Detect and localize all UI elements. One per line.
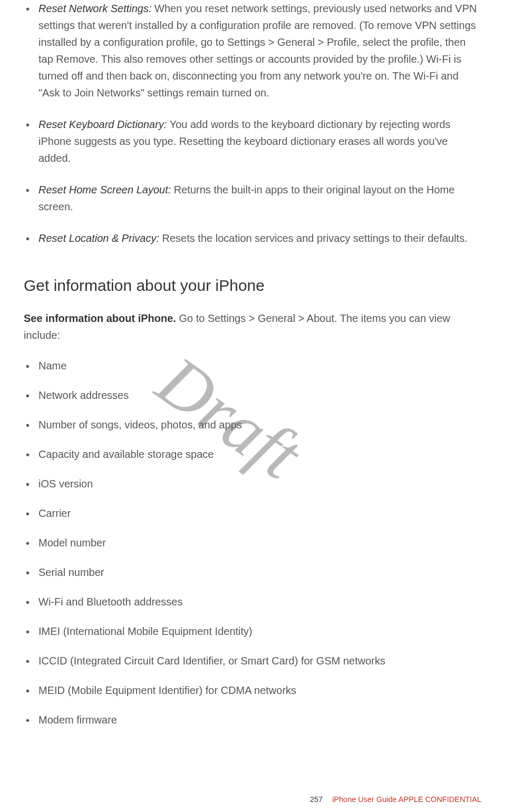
- info-items-list: Name Network addresses Number of songs, …: [24, 357, 481, 728]
- reset-item: Reset Network Settings: When you reset n…: [24, 0, 481, 101]
- reset-options-list: Reset Network Settings: When you reset n…: [24, 0, 481, 247]
- reset-text: Resets the location services and privacy…: [159, 232, 468, 244]
- reset-item: Reset Home Screen Layout: Returns the bu…: [24, 181, 481, 215]
- intro-paragraph: See information about iPhone. Go to Sett…: [24, 310, 481, 344]
- reset-term: Reset Home Screen Layout:: [38, 184, 171, 195]
- reset-item: Reset Keyboard Dictionary: You add words…: [24, 116, 481, 167]
- list-item: Carrier: [24, 505, 481, 522]
- reset-term: Reset Network Settings:: [38, 3, 152, 14]
- footer-confidential: APPLE CONFIDENTIAL: [397, 795, 481, 804]
- footer-guide: iPhone User Guide: [332, 795, 397, 804]
- list-item: Wi-Fi and Bluetooth addresses: [24, 593, 481, 610]
- intro-bold: See information about iPhone.: [24, 312, 176, 324]
- list-item: Number of songs, videos, photos, and app…: [24, 416, 481, 433]
- list-item: IMEI (International Mobile Equipment Ide…: [24, 623, 481, 640]
- reset-term: Reset Keyboard Dictionary:: [38, 119, 167, 130]
- reset-item: Reset Location & Privacy: Resets the loc…: [24, 230, 481, 247]
- reset-term: Reset Location & Privacy:: [38, 232, 159, 244]
- reset-text: When you reset network settings, previou…: [38, 3, 477, 99]
- list-item: ICCID (Integrated Circuit Card Identifie…: [24, 652, 481, 669]
- list-item: Capacity and available storage space: [24, 446, 481, 463]
- list-item: iOS version: [24, 475, 481, 492]
- list-item: MEID (Mobile Equipment Identifier) for C…: [24, 682, 481, 699]
- list-item: Name: [24, 357, 481, 374]
- list-item: Model number: [24, 534, 481, 551]
- list-item: Serial number: [24, 564, 481, 581]
- section-heading: Get information about your iPhone: [24, 273, 481, 298]
- list-item: Modem firmware: [24, 711, 481, 728]
- page-number: 257: [310, 795, 323, 804]
- page-footer: 257 iPhone User Guide APPLE CONFIDENTIAL: [310, 794, 481, 806]
- list-item: Network addresses: [24, 387, 481, 404]
